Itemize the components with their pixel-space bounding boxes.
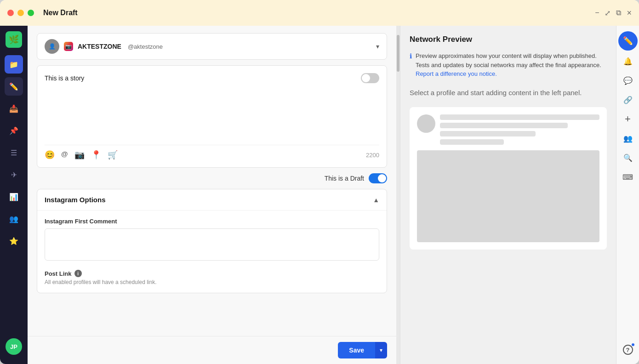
post-link-label: Post Link i [45, 270, 379, 277]
options-title: Instagram Options [45, 196, 106, 204]
help-badge [631, 343, 635, 347]
right-icon-help[interactable]: ? [619, 341, 637, 358]
maximize-window-button[interactable] [28, 10, 34, 16]
editor-scroll: 👤 📷 AKTESTZONE @aktestzone ▾ This is a s… [28, 26, 396, 336]
mockup-avatar [417, 114, 435, 133]
pin-icon: 📌 [9, 126, 18, 135]
first-comment-input[interactable] [45, 228, 379, 261]
preview-select-text: Select a profile and start adding conten… [410, 88, 607, 98]
post-link-info-icon[interactable]: i [74, 270, 82, 277]
titlebar: New Draft − ⤢ ⧉ × [0, 0, 639, 26]
draft-label: This is a Draft [325, 175, 364, 182]
minimize-window-button[interactable] [17, 10, 24, 16]
post-link-description: All enabled profiles will have a schedul… [45, 279, 379, 285]
instagram-icon: 📷 [64, 42, 73, 51]
app-window: New Draft − ⤢ ⧉ × 🌿 📁 ✏️ 📥 📌 ☰ [0, 0, 639, 364]
right-icon-edit[interactable]: ✏️ [618, 31, 638, 51]
emoji-icon[interactable]: 😊 [45, 150, 55, 160]
sidebar-item-compose[interactable]: ✏️ [5, 77, 23, 96]
copy-icon[interactable]: ⧉ [616, 9, 621, 17]
right-icon-bell[interactable]: 🔔 [619, 52, 637, 70]
mockup-lines [440, 114, 599, 145]
account-name: AKTESTZONE [78, 43, 121, 50]
sidebar-item-files[interactable]: 📁 [5, 55, 23, 74]
sidebar-item-inbox[interactable]: 📥 [5, 99, 23, 118]
location-icon[interactable]: 📍 [91, 150, 101, 160]
send-icon: ✈ [11, 171, 17, 179]
toolbar-icons: 😊 @ 📷 📍 🛒 [45, 150, 118, 160]
analytics-icon: 📊 [9, 193, 18, 201]
mockup-line-3 [440, 131, 536, 136]
account-chevron-icon: ▾ [376, 43, 379, 50]
story-header: This is a story [45, 73, 379, 83]
right-icon-group[interactable]: 👥 [619, 130, 637, 147]
mockup-image [417, 150, 599, 242]
draft-row: This is a Draft [37, 173, 387, 183]
left-sidebar: 🌿 📁 ✏️ 📥 📌 ☰ ✈ 📊 👥 [0, 26, 28, 364]
window-title: New Draft [43, 9, 78, 17]
preview-title: Network Preview [410, 35, 607, 44]
save-button[interactable]: Save [338, 342, 375, 358]
story-toggle[interactable] [361, 73, 379, 83]
preview-info-icon: ℹ [410, 52, 412, 79]
app-logo: 🌿 [6, 31, 22, 48]
account-avatar: 👤 [45, 39, 59, 54]
save-dropdown-button[interactable]: ▾ [375, 342, 387, 358]
sidebar-item-star[interactable]: ⭐ [5, 232, 23, 250]
options-body: Instagram First Comment Post Link i All … [37, 210, 387, 293]
instagram-options-card: Instagram Options ▲ Instagram First Comm… [37, 189, 387, 293]
account-selector[interactable]: 👤 📷 AKTESTZONE @aktestzone ▾ [37, 33, 387, 60]
report-difference-link[interactable]: Report a difference you notice. [416, 70, 497, 77]
right-icon-chat[interactable]: 💬 [619, 72, 637, 89]
preview-panel: Network Preview ℹ Preview approximates h… [400, 26, 616, 364]
save-button-group: Save ▾ [338, 342, 387, 358]
star-icon: ⭐ [9, 237, 18, 245]
sidebar-item-list[interactable]: ☰ [5, 143, 23, 162]
list-icon: ☰ [11, 148, 17, 157]
camera-icon[interactable]: 📷 [74, 150, 85, 160]
avatar-label: JP [10, 343, 17, 350]
account-handle: @aktestzone [128, 43, 163, 50]
preview-info-text: Preview approximates how your content wi… [416, 51, 607, 79]
help-icon: ? [623, 345, 633, 355]
sidebar-item-team[interactable]: 👥 [5, 210, 23, 228]
account-left: 👤 📷 AKTESTZONE @aktestzone [45, 39, 163, 54]
user-avatar[interactable]: JP [6, 338, 22, 355]
cart-icon[interactable]: 🛒 [108, 150, 118, 160]
right-icon-link[interactable]: 🔗 [619, 91, 637, 108]
inbox-icon: 📥 [9, 104, 18, 113]
scrollbar-thumb [397, 35, 399, 72]
compose-icon: ✏️ [9, 82, 18, 91]
minimize-icon[interactable]: − [595, 9, 599, 17]
preview-mockup [410, 107, 607, 250]
close-window-button[interactable] [7, 10, 14, 16]
post-link-section: Post Link i All enabled profiles will ha… [45, 270, 379, 285]
sidebar-item-send[interactable]: ✈ [5, 165, 23, 184]
resize-icon[interactable]: ⤢ [605, 9, 610, 17]
draft-toggle[interactable] [369, 173, 387, 183]
first-comment-label: Instagram First Comment [45, 218, 379, 225]
story-card: This is a story 😊 @ 📷 📍 🛒 [37, 65, 387, 168]
titlebar-actions: − ⤢ ⧉ × [595, 8, 632, 18]
mention-icon[interactable]: @ [61, 150, 68, 160]
editor-scrollbar[interactable] [396, 26, 400, 364]
char-count: 2200 [366, 152, 379, 159]
sidebar-item-analytics[interactable]: 📊 [5, 188, 23, 206]
mockup-line-1 [440, 114, 599, 120]
options-collapse-icon: ▲ [373, 196, 379, 204]
right-icon-search[interactable]: 🔍 [619, 149, 637, 166]
toolbar-row: 😊 @ 📷 📍 🛒 2200 [45, 145, 379, 160]
preview-info-box: ℹ Preview approximates how your content … [410, 51, 607, 79]
options-header[interactable]: Instagram Options ▲ [37, 189, 387, 210]
mockup-line-4 [440, 139, 504, 145]
right-icon-keyboard[interactable]: ⌨ [619, 168, 637, 186]
avatar-placeholder: 👤 [49, 43, 56, 50]
sidebar-item-pin[interactable]: 📌 [5, 121, 23, 140]
main-layout: 🌿 📁 ✏️ 📥 📌 ☰ ✈ 📊 👥 [0, 26, 639, 364]
right-icon-add[interactable]: + [619, 110, 637, 128]
mockup-header [417, 114, 599, 145]
editor-footer: Save ▾ [28, 336, 396, 364]
post-text-input[interactable] [45, 89, 379, 139]
preview-scroll: Network Preview ℹ Preview approximates h… [400, 26, 616, 364]
titlebar-close-button[interactable]: × [627, 8, 632, 18]
